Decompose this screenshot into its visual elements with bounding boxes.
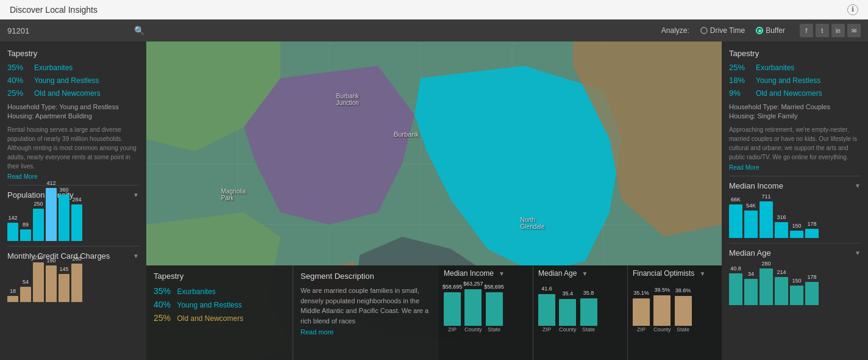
pop-density-chevron[interactable]: ▼ (133, 192, 139, 198)
rp-read-more[interactable]: Read More (729, 164, 861, 171)
rp-description: Approaching retirement, we're empty-nest… (729, 125, 861, 162)
bottom-panels: Tapestry 35% Exurbanites 40% Young and R… (146, 265, 722, 360)
rp-inc-rect-5: 150 (790, 231, 803, 238)
info-icon[interactable]: ℹ (847, 4, 858, 15)
pop-bar-rect-1: 142 (7, 223, 18, 241)
drive-time-option[interactable]: Drive Time (700, 26, 745, 35)
rp-inc-rect-4: 316 (775, 222, 788, 238)
tapestry-label-3[interactable]: Old and Newcomers (34, 89, 101, 98)
fin-bar-rect-zip: 35.1% (633, 298, 650, 326)
read-more-link[interactable]: Read More (7, 173, 139, 180)
pop-bar-val-4: 412 (46, 180, 55, 186)
rp-tapestry-label-3[interactable]: Old and Newcomers (756, 89, 822, 98)
age-bar-state: 35.8 State (580, 298, 597, 333)
buffer-option[interactable]: Buffer (756, 26, 785, 35)
median-age-chevron[interactable]: ▼ (582, 270, 588, 277)
map-area[interactable]: BurbankJunction Burbank MagnoliaPark Nor… (146, 41, 722, 360)
bottom-tap-pct-1: 35% (154, 286, 171, 296)
rp-inc-rect-3: 711 (760, 201, 773, 238)
email-icon[interactable]: ✉ (847, 24, 861, 37)
rp-age-bar-1: 40.8 (729, 273, 742, 305)
rp-inc-rect-6: 178 (805, 229, 819, 238)
rp-tapestry-pct-3: 9% (729, 88, 751, 98)
rp-age-bar-6: 178 (805, 282, 819, 305)
age-bar-rect-state: 35.8 (580, 298, 597, 326)
rp-tapestry-label-1[interactable]: Exurbanites (756, 63, 794, 72)
income-bars: $58,695 ZIP $63,257 County $58,695 State (444, 290, 528, 333)
rp-inc-bar-2: 54K (744, 211, 758, 238)
rp-inc-val-3: 711 (761, 193, 770, 200)
fin-bar-county: 39.5% County (653, 295, 671, 333)
financial-title: Financial Optimists ▼ (633, 269, 717, 278)
tapestry-item-2: 40% Young and Restless (7, 76, 139, 85)
buffer-label: Buffer (766, 26, 785, 35)
rp-income-header: Median Income ▼ (729, 181, 861, 190)
rp-income-chevron[interactable]: ▼ (855, 182, 861, 189)
rp-inc-bar-3: 711 (760, 201, 773, 238)
tapestry-title: Tapestry (7, 49, 37, 58)
tapestry-label-1[interactable]: Exurbanites (34, 63, 73, 72)
linkedin-icon[interactable]: in (831, 24, 845, 37)
rp-inc-val-2: 54K (746, 203, 756, 209)
left-panel: Tapestry 35% Exurbanites 40% Young and R… (0, 41, 146, 360)
financial-section: Financial Optimists ▼ 35.1% ZIP 39.5% Co… (628, 265, 722, 360)
credit-title: Monthly Credit Card Charges (7, 251, 110, 261)
rp-inc-bar-5: 150 (790, 231, 803, 238)
rp-age-val-1: 40.8 (730, 265, 741, 272)
rp-inc-bar-4: 316 (775, 222, 788, 238)
household-info: Household Type: Young and Restless Housi… (7, 103, 139, 121)
median-income-chevron[interactable]: ▼ (499, 270, 505, 277)
tapestry-label-2[interactable]: Young and Restless (34, 76, 99, 85)
median-age-title: Median Age ▼ (538, 269, 622, 278)
bottom-tap-name-3[interactable]: Old and Newcomers (177, 314, 243, 323)
facebook-icon[interactable]: f (800, 24, 813, 37)
age-bar-rect-county: 35.4 (559, 299, 576, 326)
pop-bar-val-1: 142 (8, 215, 17, 221)
segment-read-more[interactable]: Read more (301, 328, 432, 336)
income-bar-county: $63,257 County (464, 289, 482, 333)
income-bar-zip: $58,695 ZIP (444, 292, 461, 333)
rp-age-chevron[interactable]: ▼ (855, 250, 861, 256)
rp-tapestry-title: Tapestry (729, 49, 759, 58)
twitter-icon[interactable]: t (816, 24, 829, 37)
credit-chart: 18 54 210 190 145 200 (7, 265, 139, 302)
credit-bar-val-2: 54 (23, 279, 29, 285)
credit-bar-rect-3: 210 (33, 262, 44, 302)
search-input[interactable] (7, 26, 129, 35)
buffer-radio[interactable] (756, 27, 763, 34)
rp-inc-bar-6: 178 (805, 229, 819, 238)
rp-age-val-2: 34 (748, 271, 754, 277)
rp-age-bar-5: 150 (790, 286, 803, 305)
credit-chevron[interactable]: ▼ (133, 253, 139, 259)
income-lbl-zip: ZIP (448, 326, 457, 333)
pop-bar-val-6: 284 (72, 196, 81, 203)
bottom-tap-name-1[interactable]: Exurbanites (177, 287, 215, 296)
bottom-tap-name-2[interactable]: Young and Restless (177, 301, 241, 309)
rp-age-header: Median Age ▼ (729, 248, 861, 257)
rp-inc-rect-2: 54K (744, 211, 758, 238)
social-icons: f t in ✉ (800, 24, 861, 37)
housing-type: Housing: Apartment Building (7, 112, 139, 121)
tapestry-item-3: 25% Old and Newcomers (7, 88, 139, 98)
bottom-tap-3: 25% Old and Newcomers (154, 312, 285, 323)
income-val-zip: $58,695 (443, 284, 463, 290)
rp-inc-val-6: 178 (807, 221, 816, 227)
rp-age-bar-2: 34 (744, 279, 758, 305)
income-val-state: $58,695 (484, 284, 504, 290)
bottom-tapestry-panel: Tapestry 35% Exurbanites 40% Young and R… (146, 265, 293, 360)
fin-bar-zip: 35.1% ZIP (633, 298, 650, 333)
income-bar-rect-county: $63,257 (464, 289, 482, 326)
financial-chevron[interactable]: ▼ (699, 270, 705, 277)
tapestry-pct-3: 25% (7, 88, 29, 98)
rp-age-val-4: 214 (777, 269, 786, 275)
segment-text: We are married couple families in small,… (301, 286, 432, 326)
bottom-tap-pct-2: 40% (154, 300, 171, 309)
credit-bar-val-6: 200 (72, 256, 81, 262)
main-content: Tapestry 35% Exurbanites 40% Young and R… (0, 41, 868, 360)
rp-tapestry-header: Tapestry (729, 49, 861, 58)
age-bar-rect-zip: 41.6 (538, 294, 555, 326)
drive-time-radio[interactable] (700, 27, 708, 34)
rp-age-val-6: 178 (807, 274, 816, 280)
pop-bar-rect-4: 412 (46, 188, 57, 241)
rp-tapestry-label-2[interactable]: Young and Restless (756, 76, 820, 85)
